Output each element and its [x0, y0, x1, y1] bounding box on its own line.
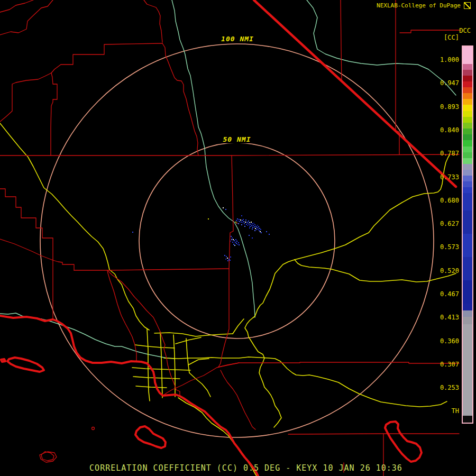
colorbar-segment: [463, 176, 472, 181]
colorbar-segment: [463, 81, 472, 87]
colorbar-segment: [463, 416, 472, 423]
state-border: [254, 0, 456, 187]
colorbar-tick-label: 0.840: [440, 126, 459, 134]
colorbar-segment: [463, 164, 472, 170]
colorbar-segment: [463, 76, 472, 81]
range-ring-label: 50 NMI: [221, 135, 253, 143]
colorbar-segment: [463, 304, 472, 310]
colorbar-tick-label: 0.573: [440, 243, 459, 251]
colorbar-tick-label: 0.307: [440, 361, 459, 368]
colorbar-segment: [463, 310, 472, 317]
island-santa-cruz: [7, 358, 44, 372]
colorbar-segment: [463, 181, 472, 187]
colorbar-segments: [463, 47, 472, 423]
colorbar-segment: [463, 152, 472, 158]
colorbar-tick-label: 0.947: [440, 79, 459, 87]
colorbar-segment: [463, 140, 472, 147]
island-anacapa: [1, 359, 5, 362]
header-title: NEXLAB-College of DuPage: [377, 2, 461, 9]
map-canvas: [0, 0, 476, 476]
colorbar-tick-label: 0.253: [440, 384, 459, 391]
colorbar-segment: [463, 111, 472, 117]
colorbar-segment: [463, 317, 472, 324]
colorbar-tick-label: 0.360: [440, 337, 459, 345]
island-san-clemente: [385, 422, 422, 462]
colorbar-segment: [463, 123, 472, 129]
colorbar-segment: [463, 324, 472, 416]
colorbar-segment: [463, 93, 472, 99]
colorbar-tick-label: 0.467: [440, 290, 459, 298]
colorbar-segment: [463, 210, 472, 234]
rivers: [0, 0, 456, 359]
threshold-label: TH: [452, 407, 459, 415]
colorbar-tick-label: 0.520: [440, 267, 459, 274]
county-borders: [0, 0, 461, 476]
product-code-label: DCC: [459, 27, 471, 34]
colorbar-segment: [463, 99, 472, 105]
colorbar-segment: [463, 147, 472, 152]
island-catalina: [135, 426, 166, 448]
colorbar-segment: [463, 234, 472, 257]
colorbar-segment: [463, 193, 472, 210]
colorbar-segment: [463, 257, 472, 280]
colorbar-segment: [463, 87, 472, 93]
colorbar-segment: [463, 117, 472, 123]
colorbar-segment: [463, 47, 472, 64]
colorbar-tick-label: 0.627: [440, 220, 459, 227]
colorbar-segment: [463, 187, 472, 193]
colorbar-tick-label: 0.893: [440, 103, 459, 111]
radar-echoes: [132, 207, 270, 261]
colorbar-tick-label: 0.680: [440, 197, 459, 204]
colorbar-segment: [463, 105, 472, 111]
radar-display[interactable]: NEXLAB-College of DuPage DCC [CC] TH 1.0…: [0, 0, 476, 476]
status-bar: CORRELATION COEFFICIENT (CC) 0.5 DEG - K…: [8, 463, 476, 473]
colorbar: [462, 45, 473, 424]
cod-logo-icon: [464, 2, 471, 9]
range-ring-label: 100 NMI: [219, 35, 256, 43]
colorbar-segment: [463, 158, 472, 164]
units-label: [CC]: [444, 34, 459, 41]
colorbar-tick-label: 0.733: [440, 173, 459, 181]
colorbar-segment: [463, 134, 472, 140]
colorbar-tick-label: 1.000: [440, 56, 459, 63]
header: NEXLAB-College of DuPage: [377, 2, 471, 9]
colorbar-segment: [463, 129, 472, 134]
colorbar-tick-label: 0.413: [440, 314, 459, 321]
colorbar-segment: [463, 70, 472, 76]
colorbar-segment: [463, 64, 472, 70]
colorbar-segment: [463, 280, 472, 304]
colorbar-tick-label: 0.787: [440, 150, 459, 157]
colorbar-segment: [463, 170, 472, 176]
